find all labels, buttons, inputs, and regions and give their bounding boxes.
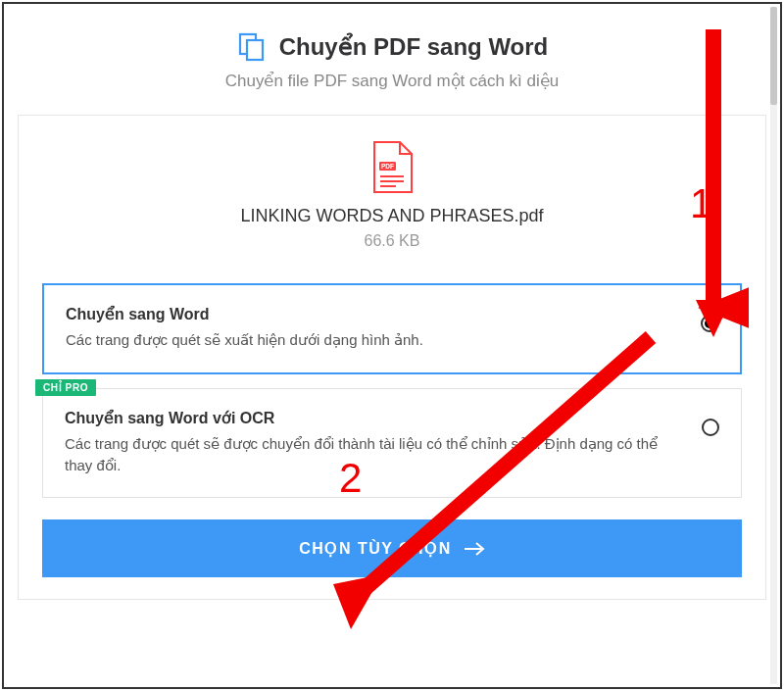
option-title: Chuyển sang Word [66, 305, 677, 323]
page-title: Chuyển PDF sang Word [279, 33, 549, 61]
choose-option-button[interactable]: CHỌN TÙY CHỌN [42, 519, 742, 577]
option-desc: Các trang được quét sẽ xuất hiện dưới dạ… [66, 329, 677, 351]
copy-pages-icon [236, 31, 268, 63]
arrow-right-icon [464, 542, 485, 556]
pro-badge: CHỈ PRO [35, 379, 96, 396]
button-label: CHỌN TÙY CHỌN [299, 539, 451, 558]
file-info: PDF LINKING WORDS AND PHRASES.pdf 66.6 K… [42, 141, 742, 250]
scrollbar-track [770, 7, 777, 684]
radio-unselected-icon[interactable] [702, 419, 719, 436]
radio-selected-icon[interactable] [701, 315, 718, 332]
svg-rect-1 [247, 40, 263, 60]
option-convert-to-word-ocr[interactable]: CHỈ PRO Chuyển sang Word với OCR Các tra… [42, 388, 742, 499]
file-size: 66.6 KB [42, 232, 742, 250]
svg-text:PDF: PDF [381, 163, 394, 170]
pdf-file-icon: PDF [370, 141, 414, 194]
file-name: LINKING WORDS AND PHRASES.pdf [42, 206, 742, 226]
option-convert-to-word[interactable]: Chuyển sang Word Các trang được quét sẽ … [42, 283, 742, 374]
scrollbar-thumb[interactable] [770, 7, 777, 105]
option-title: Chuyển sang Word với OCR [65, 409, 678, 427]
option-desc: Các trang được quét sẽ được chuyển đổi t… [65, 433, 678, 476]
conversion-card: PDF LINKING WORDS AND PHRASES.pdf 66.6 K… [18, 115, 766, 600]
page-subtitle: Chuyển file PDF sang Word một cách kì di… [18, 71, 766, 91]
